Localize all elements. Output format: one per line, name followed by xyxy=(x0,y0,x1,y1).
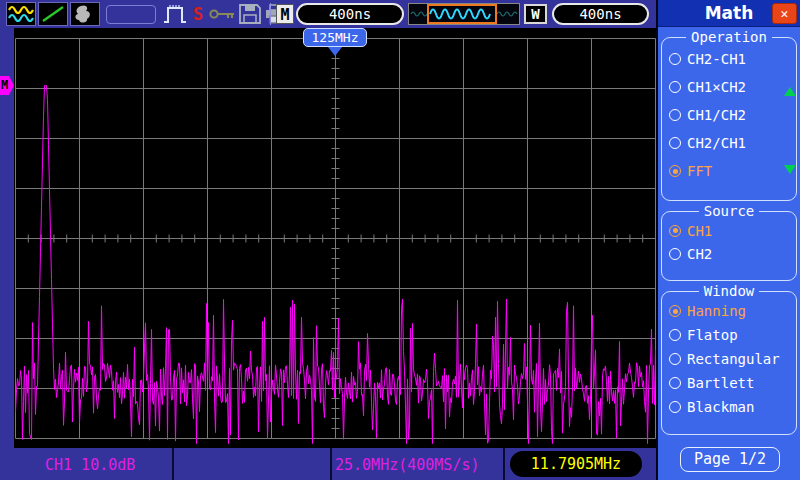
option-label: Flatop xyxy=(687,327,738,343)
radio-icon xyxy=(669,53,681,65)
radio-icon xyxy=(669,401,681,413)
statusbar-divider xyxy=(503,448,505,480)
option-label: Rectangular xyxy=(687,351,780,367)
radio-icon xyxy=(669,109,681,121)
statusbar-divider xyxy=(330,448,332,480)
option-ch1-div-ch2[interactable]: CH1/CH2 xyxy=(662,102,796,128)
close-button[interactable]: ✕ xyxy=(772,3,797,24)
hand-icon[interactable] xyxy=(70,2,100,26)
option-window-flatop[interactable]: Flatop xyxy=(662,323,796,347)
option-ch1-times-ch2[interactable]: CH1×CH2 xyxy=(662,74,796,100)
option-source-ch1[interactable]: CH1 xyxy=(662,219,796,242)
statusbar-divider xyxy=(172,448,174,480)
math-trace-position-marker[interactable]: M xyxy=(0,76,14,95)
radio-icon xyxy=(669,137,681,149)
window-timebase-readout[interactable]: 400ns xyxy=(552,3,649,25)
ch1-scale-readout: CH1 10.0dB xyxy=(45,456,135,474)
scroll-up-arrow[interactable] xyxy=(784,87,796,96)
main-timebase-readout[interactable]: 400ns xyxy=(296,3,404,25)
radio-icon xyxy=(669,225,681,237)
option-label: CH1/CH2 xyxy=(687,107,746,123)
top-toolbar: S M 400ns xyxy=(0,0,656,28)
left-margin-strip: M xyxy=(0,28,14,448)
close-icon: ✕ xyxy=(781,6,789,21)
cursor-frequency-readout: 11.7905MHz xyxy=(510,451,642,477)
window-group: Window Hanning Flatop Rectangular Bartle… xyxy=(661,283,797,435)
waveform-display: 125MHz xyxy=(14,28,656,448)
scroll-down-arrow[interactable] xyxy=(784,165,796,174)
toolbar-divider xyxy=(270,3,271,25)
status-bar: CH1 10.0dB 25.0MHz(400MS/s) 11.7905MHz xyxy=(0,448,656,480)
option-label: CH2-CH1 xyxy=(687,51,746,67)
main-timebase-icon: M xyxy=(276,4,294,24)
radio-icon xyxy=(669,81,681,93)
option-label: CH1 xyxy=(687,223,712,239)
center-frequency-badge[interactable]: 125MHz xyxy=(303,28,367,47)
fft-spectrum-canvas xyxy=(14,28,656,448)
option-window-blackman[interactable]: Blackman xyxy=(662,395,796,419)
radio-icon xyxy=(669,165,681,177)
s-indicator: S xyxy=(190,2,206,26)
option-source-ch2[interactable]: CH2 xyxy=(662,242,796,265)
option-label: CH1×CH2 xyxy=(687,79,746,95)
option-label: CH2/CH1 xyxy=(687,135,746,151)
waveform-zoom-preview[interactable] xyxy=(408,3,520,25)
save-floppy-icon[interactable] xyxy=(238,2,262,26)
option-ch2-minus-ch1[interactable]: CH2-CH1 xyxy=(662,46,796,72)
window-timebase-icon: W xyxy=(524,4,547,24)
option-label: Hanning xyxy=(687,303,746,319)
empty-slot xyxy=(106,5,156,24)
pulse-icon[interactable] xyxy=(162,2,188,26)
center-frequency-pointer-icon xyxy=(328,47,342,56)
page-button[interactable]: Page 1/2 xyxy=(680,447,780,472)
frequency-scale-readout: 25.0MHz(400MS/s) xyxy=(335,456,480,474)
draw-line-icon[interactable] xyxy=(38,2,68,26)
source-group: Source CH1 CH2 xyxy=(661,203,797,281)
option-label: CH2 xyxy=(687,246,712,262)
option-window-rectangular[interactable]: Rectangular xyxy=(662,347,796,371)
math-menu-panel: Math ✕ Operation CH2-CH1 CH1×CH2 CH1/CH2… xyxy=(656,0,800,480)
channel-waveforms-icon[interactable] xyxy=(6,2,36,26)
radio-icon xyxy=(669,248,681,260)
operation-group: Operation CH2-CH1 CH1×CH2 CH1/CH2 CH2/CH… xyxy=(661,29,797,201)
radio-icon xyxy=(669,353,681,365)
option-label: FFT xyxy=(687,163,712,179)
option-window-bartlett[interactable]: Bartlett xyxy=(662,371,796,395)
option-ch2-div-ch1[interactable]: CH2/CH1 xyxy=(662,130,796,156)
option-fft[interactable]: FFT xyxy=(662,158,796,184)
option-label: Blackman xyxy=(687,399,754,415)
radio-icon xyxy=(669,377,681,389)
panel-title-bar: Math ✕ xyxy=(658,0,800,27)
window-group-title: Window xyxy=(699,283,760,299)
option-label: Bartlett xyxy=(687,375,754,391)
toolbar-icon-group: S xyxy=(6,2,290,26)
operation-group-title: Operation xyxy=(686,29,772,45)
source-group-title: Source xyxy=(699,203,760,219)
key-lock-icon[interactable] xyxy=(208,2,236,26)
radio-icon xyxy=(669,329,681,341)
radio-icon xyxy=(669,305,681,317)
option-window-hanning[interactable]: Hanning xyxy=(662,299,796,323)
oscilloscope-screen: { "colors": { "bar_bg": "#33339B", "pane… xyxy=(0,0,800,480)
